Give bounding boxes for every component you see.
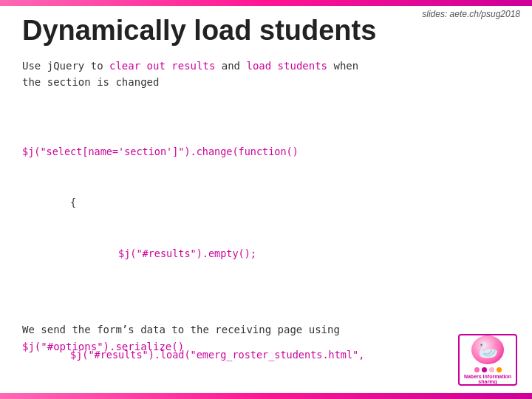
logo-dot-1 bbox=[474, 367, 480, 372]
desc-line2: the section is changed bbox=[22, 74, 358, 90]
logo-dot-4 bbox=[497, 367, 502, 372]
slide-title: Dynamically load students bbox=[22, 15, 376, 47]
logo-circle: 🦢 bbox=[471, 335, 504, 364]
slide-container: slides: aete.ch/psug2018 Dynamically loa… bbox=[0, 0, 532, 399]
logo-dots bbox=[474, 367, 502, 372]
logo-bird-icon: 🦢 bbox=[478, 341, 498, 360]
code-block: $j("select[name='section']").change(func… bbox=[22, 109, 510, 399]
slide-description: Use jQuery to clear out results and load… bbox=[22, 58, 358, 91]
word-results: results bbox=[166, 60, 215, 72]
bottom-line1: We send the form’s data to the receiving… bbox=[22, 321, 340, 338]
code-line-1: $j("select[name='section']").change(func… bbox=[22, 143, 510, 160]
logo-box: 🦢 Nabers Informationsharing bbox=[458, 334, 517, 386]
word-to: to bbox=[91, 60, 109, 72]
code-line-4 bbox=[22, 296, 510, 313]
word-loadstudents: load students bbox=[246, 60, 327, 72]
desc-line1: Use jQuery to clear out results and load… bbox=[22, 58, 358, 74]
footer-bar bbox=[0, 393, 532, 399]
code-line-3: $j("#results").empty(); bbox=[22, 245, 510, 262]
logo-dot-3 bbox=[489, 367, 494, 372]
bottom-description: We send the form’s data to the receiving… bbox=[22, 321, 340, 355]
logo-dot-2 bbox=[482, 367, 487, 372]
header-bar bbox=[0, 0, 532, 6]
bottom-line2: $j("#options").serialize() bbox=[22, 338, 340, 355]
code-line-2: { bbox=[22, 194, 510, 211]
logo-text: Nabers Informationsharing bbox=[464, 374, 511, 384]
slide-url: slides: aete.ch/psug2018 bbox=[422, 9, 520, 19]
word-clearout: clear out bbox=[109, 60, 166, 72]
